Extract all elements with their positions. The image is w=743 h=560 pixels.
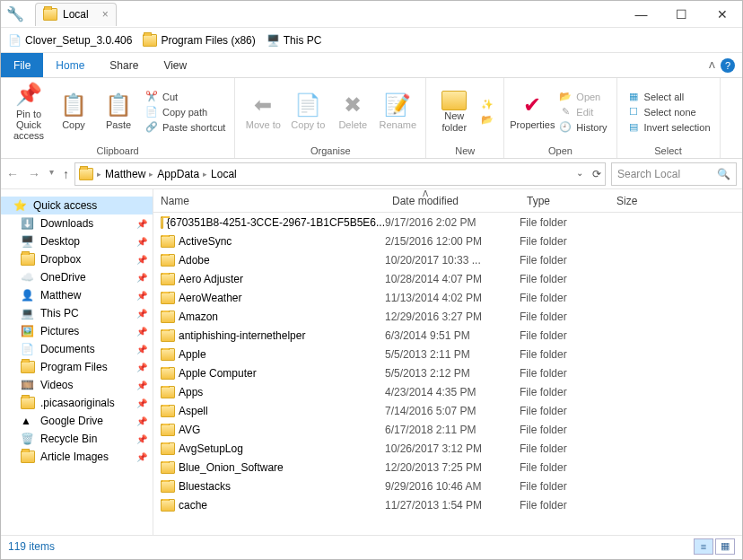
- file-row[interactable]: AeroWeather11/13/2014 4:02 PMFile folder: [153, 288, 742, 307]
- column-header-type[interactable]: Type: [520, 195, 609, 207]
- file-row[interactable]: Adobe10/20/2017 10:33 ...File folder: [153, 250, 742, 269]
- icons-view-button[interactable]: ▦: [715, 538, 735, 555]
- search-input[interactable]: Search Local 🔍: [611, 162, 737, 186]
- tab-share[interactable]: Share: [97, 53, 151, 77]
- details-view-button[interactable]: ≡: [694, 538, 713, 555]
- file-row[interactable]: Blue_Onion_Software12/20/2013 7:25 PMFil…: [153, 458, 742, 477]
- tab-view[interactable]: View: [151, 53, 199, 77]
- back-button[interactable]: ←: [6, 167, 19, 181]
- file-row[interactable]: Aero Adjuster10/28/2014 4:07 PMFile fold…: [153, 269, 742, 288]
- file-list[interactable]: {670351B8-4251-3CCE-2967-1B1CF5B5E6...9/…: [153, 213, 742, 535]
- invert-selection-button[interactable]: ▤Invert selection: [623, 120, 714, 134]
- easy-access-button[interactable]: 📂: [476, 113, 498, 127]
- options-icon[interactable]: 🔧: [6, 5, 24, 22]
- navigation-pane[interactable]: ⭐Quick access⬇️Downloads📌🖥️Desktop📌Dropb…: [1, 189, 153, 535]
- select-none-button[interactable]: ☐Select none: [623, 105, 714, 118]
- history-dropdown-icon[interactable]: ⌄: [576, 168, 583, 180]
- file-row[interactable]: Aspell7/14/2016 5:07 PMFile folder: [153, 401, 742, 420]
- close-button[interactable]: ✕: [702, 1, 742, 28]
- file-menu[interactable]: File: [1, 53, 43, 77]
- sidebar-item[interactable]: .picasaoriginals📌: [1, 394, 153, 412]
- file-name: Aero Adjuster: [179, 273, 243, 285]
- sidebar-item[interactable]: ⭐Quick access: [1, 197, 153, 214]
- delete-button[interactable]: ✖Delete: [330, 83, 375, 141]
- pin-quick-access-button[interactable]: 📌Pin to Quick access: [6, 83, 51, 141]
- folder-icon: [161, 235, 175, 248]
- address-bar[interactable]: ▸ Matthew ▸ AppData ▸ Local ⌄ ⟳: [74, 162, 606, 186]
- sidebar-label: Article Images: [40, 451, 109, 463]
- ribbon-group-open: ✔Properties 📂Open ✎Edit 🕘History Open: [504, 78, 616, 158]
- sidebar-item[interactable]: ⬇️Downloads📌: [1, 214, 153, 232]
- item-count: 119 items: [8, 540, 55, 553]
- chevron-right-icon[interactable]: ▸: [149, 170, 153, 179]
- file-row[interactable]: antiphishing-internethelper6/3/2014 9:51…: [153, 326, 742, 345]
- sidebar-item[interactable]: 👤Matthew📌: [1, 286, 153, 304]
- new-item-button[interactable]: ✨: [476, 98, 498, 111]
- maximize-button[interactable]: ☐: [661, 1, 702, 28]
- cut-button[interactable]: ✂️Cut: [141, 90, 229, 103]
- file-row[interactable]: Bluestacks9/29/2016 10:46 AMFile folder: [153, 477, 742, 495]
- open-button[interactable]: 📂Open: [555, 90, 610, 103]
- sidebar-item[interactable]: 📄Documents📌: [1, 340, 153, 358]
- sidebar-item[interactable]: 🗑️Recycle Bin📌: [1, 430, 153, 448]
- properties-button[interactable]: ✔Properties: [510, 83, 555, 141]
- help-icon[interactable]: ?: [721, 58, 735, 73]
- folder-icon: [161, 329, 175, 342]
- sidebar-item[interactable]: 💻This PC📌: [1, 304, 153, 322]
- rename-button[interactable]: 📝Rename: [375, 83, 420, 141]
- browser-tab[interactable]: Local ×: [35, 3, 117, 26]
- sidebar-item[interactable]: Article Images📌: [1, 448, 153, 466]
- move-to-button[interactable]: ⬅Move to: [240, 83, 285, 141]
- copyto-icon: 📄: [294, 93, 321, 117]
- file-row[interactable]: ActiveSync2/15/2016 12:00 PMFile folder: [153, 232, 742, 250]
- sidebar-item[interactable]: 🖥️Desktop📌: [1, 232, 153, 250]
- file-row[interactable]: Apple Computer5/5/2013 2:12 PMFile folde…: [153, 363, 742, 382]
- file-row[interactable]: AvgSetupLog10/26/2017 3:12 PMFile folder: [153, 439, 742, 458]
- minimize-button[interactable]: —: [621, 1, 661, 28]
- bookmark-item[interactable]: Program Files (x86): [143, 34, 255, 47]
- sidebar-item[interactable]: 🎞️Videos📌: [1, 376, 153, 394]
- folder-icon: [161, 386, 175, 398]
- file-row[interactable]: Apple5/5/2013 2:11 PMFile folder: [153, 345, 742, 363]
- sidebar-item[interactable]: 🖼️Pictures📌: [1, 322, 153, 340]
- sidebar-item[interactable]: Dropbox📌: [1, 250, 153, 268]
- paste-shortcut-button[interactable]: 🔗Paste shortcut: [141, 120, 229, 134]
- bookmark-item[interactable]: 📄Clover_Setup_3.0.406: [8, 34, 132, 47]
- sort-indicator-icon: ᐱ: [423, 189, 428, 198]
- bookmark-item[interactable]: 🖥️This PC: [267, 34, 322, 47]
- breadcrumb-item[interactable]: Matthew: [105, 168, 145, 180]
- ribbon-collapse-icon[interactable]: ᐱ: [709, 60, 715, 70]
- sidebar-item[interactable]: Program Files📌: [1, 358, 153, 376]
- breadcrumb-item[interactable]: AppData: [157, 168, 199, 180]
- column-header-size[interactable]: Size: [609, 195, 663, 207]
- up-button[interactable]: ↑: [63, 167, 69, 181]
- folder-icon: [161, 216, 163, 229]
- edit-button[interactable]: ✎Edit: [555, 105, 610, 118]
- copy-to-button[interactable]: 📄Copy to: [285, 83, 330, 141]
- sidebar-item[interactable]: ☁️OneDrive📌: [1, 268, 153, 286]
- chevron-right-icon[interactable]: ▸: [203, 170, 207, 179]
- history-button[interactable]: 🕘History: [555, 120, 610, 134]
- sidebar-item[interactable]: ▲Google Drive📌: [1, 412, 153, 430]
- file-name: Apps: [179, 386, 203, 398]
- close-tab-icon[interactable]: ×: [102, 8, 109, 21]
- new-folder-button[interactable]: New folder: [432, 83, 476, 141]
- file-row[interactable]: Amazon12/29/2016 3:27 PMFile folder: [153, 307, 742, 326]
- file-row[interactable]: cache11/27/2013 1:54 PMFile folder: [153, 495, 742, 514]
- breadcrumb-item[interactable]: Local: [211, 168, 237, 180]
- forward-button[interactable]: →: [28, 167, 40, 181]
- column-header-date[interactable]: Date modified: [385, 195, 520, 207]
- copy-button[interactable]: 📋Copy: [51, 83, 96, 141]
- recent-locations-button[interactable]: ▾: [49, 167, 54, 181]
- refresh-icon[interactable]: ⟳: [592, 168, 601, 180]
- file-row[interactable]: AVG6/17/2018 2:11 PMFile folder: [153, 420, 742, 439]
- chevron-right-icon[interactable]: ▸: [97, 170, 101, 179]
- file-row[interactable]: {670351B8-4251-3CCE-2967-1B1CF5B5E6...9/…: [153, 213, 742, 232]
- paste-button[interactable]: 📋Paste: [96, 83, 141, 141]
- tab-home[interactable]: Home: [43, 53, 97, 77]
- select-all-button[interactable]: ▦Select all: [623, 90, 714, 103]
- desk-icon: 🖥️: [21, 235, 35, 248]
- column-header-name[interactable]: Name: [153, 195, 385, 207]
- file-row[interactable]: Apps4/23/2014 4:35 PMFile folder: [153, 382, 742, 401]
- copy-path-button[interactable]: 📄Copy path: [141, 105, 229, 118]
